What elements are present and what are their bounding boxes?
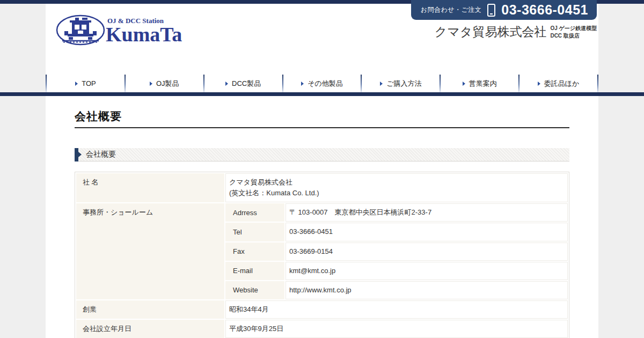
- nav-divider-bar: [0, 92, 644, 96]
- nav-item-dcc-products[interactable]: DCC製品: [204, 75, 282, 92]
- row-value: クマタ貿易株式会社 (英文社名：Kumata Co. Ltd.): [225, 173, 568, 202]
- nav-arrow-icon: [463, 82, 465, 86]
- tagline-line2: DCC 取扱店: [550, 33, 579, 39]
- page-container: OJ & DCC Station KumaTa お問合わせ・ご注文 03-366…: [46, 0, 598, 338]
- nav-arrow-icon: [538, 82, 540, 86]
- section-header: 会社概要: [75, 148, 569, 161]
- site-header: OJ & DCC Station KumaTa お問合わせ・ご注文 03-366…: [46, 0, 598, 96]
- company-legal-name: クマタ貿易株式会社: [229, 177, 564, 188]
- page-title: 会社概要: [75, 109, 569, 128]
- office-detail-group: Adrress 〒 103-0007 東京都中央区日本橋浜町2-33-7 Tel…: [225, 203, 568, 299]
- nav-item-label: その他製品: [308, 79, 343, 89]
- company-tagline: OJ ゲージ鉄道模型 DCC 取扱店: [550, 25, 597, 39]
- company-name: クマタ貿易株式会社: [435, 24, 547, 40]
- nav-arrow-icon: [225, 82, 228, 86]
- company-english-name: (英文社名：Kumata Co. Ltd.): [229, 188, 564, 199]
- established-value: 平成30年9月25日: [225, 320, 568, 338]
- row-label: 創業: [76, 300, 224, 319]
- section-title: 会社概要: [86, 150, 116, 159]
- table-row: 会社設立年月日 平成30年9月25日: [76, 320, 568, 338]
- main-nav: TOP OJ製品 DCC製品 その他製品 ご購入方法: [46, 75, 598, 92]
- contact-label: お問合わせ・ご注文: [421, 5, 482, 14]
- table-sub-row: Tel 03-3666-0451: [225, 223, 568, 241]
- nav-item-label: 営業案内: [469, 79, 497, 89]
- nav-item-business-info[interactable]: 営業案内: [441, 75, 518, 92]
- company-info-table: 社 名 クマタ貿易株式会社 (英文社名：Kumata Co. Ltd.) 事務所…: [75, 172, 569, 338]
- loco-door: [78, 31, 83, 34]
- nav-item-how-to-buy[interactable]: ご購入方法: [362, 75, 440, 92]
- nav-item-top[interactable]: TOP: [47, 75, 125, 92]
- company-name-line: クマタ貿易株式会社 OJ ゲージ鉄道模型 DCC 取扱店: [435, 24, 597, 40]
- loco-window: [75, 25, 79, 30]
- nav-arrow-icon: [380, 82, 383, 86]
- table-sub-row: Fax 03-3669-0154: [225, 243, 568, 261]
- sub-row-label: Tel: [225, 223, 284, 241]
- logo-graphic: OJ & DCC Station KumaTa: [55, 14, 182, 46]
- nav-item-other-products[interactable]: その他製品: [283, 75, 361, 92]
- main-content: 会社概要 会社概要 社 名 クマタ貿易株式会社 (英文社名：Kumata Co.…: [46, 96, 598, 338]
- nav-arrow-icon: [150, 82, 152, 86]
- logo-name-text: KumaTa: [106, 23, 182, 46]
- tagline-line1: OJ ゲージ鉄道模型: [550, 25, 597, 31]
- table-sub-row: Website http://www.kmt.co.jp: [225, 281, 568, 299]
- nav-arrow-icon: [75, 82, 78, 86]
- nav-item-label: OJ製品: [156, 79, 179, 89]
- email-value: kmt@kmt.co.jp: [286, 262, 568, 280]
- phone-number: 03-3666-0451: [501, 2, 588, 18]
- steam-locomotive-icon: [64, 18, 97, 40]
- nav-arrow-icon: [301, 82, 304, 86]
- nav-item-label: ご購入方法: [386, 79, 421, 89]
- nav-item-label: 委託品ほか: [544, 79, 580, 89]
- table-sub-row: Adrress 〒 103-0007 東京都中央区日本橋浜町2-33-7: [225, 203, 568, 222]
- section-marker-icon: [75, 148, 78, 161]
- loco-window: [82, 25, 86, 30]
- tel-value: 03-3666-0451: [286, 223, 568, 241]
- website-value: http://www.kmt.co.jp: [286, 281, 568, 299]
- fax-value: 03-3669-0154: [286, 243, 568, 261]
- sub-row-label: E-mail: [225, 262, 284, 280]
- table-row: 事務所・ショールーム Adrress 〒 103-0007 東京都中央区日本橋浜…: [76, 203, 568, 299]
- logo[interactable]: OJ & DCC Station KumaTa: [55, 14, 182, 48]
- sub-row-label: Website: [225, 281, 284, 299]
- table-row: 社 名 クマタ貿易株式会社 (英文社名：Kumata Co. Ltd.): [76, 173, 568, 202]
- mobile-phone-icon: [487, 4, 495, 17]
- table-row: 創業 昭和34年4月: [76, 300, 568, 319]
- row-label: 会社設立年月日: [76, 320, 224, 338]
- row-label: 事務所・ショールーム: [76, 203, 224, 299]
- nav-item-label: DCC製品: [232, 79, 261, 89]
- address-value: 〒 103-0007 東京都中央区日本橋浜町2-33-7: [286, 203, 568, 222]
- sub-row-label: Adrress: [225, 203, 284, 222]
- nav-separator: [597, 75, 598, 92]
- table-sub-row: E-mail kmt@kmt.co.jp: [225, 262, 568, 280]
- contact-phone-badge[interactable]: お問合わせ・ご注文 03-3666-0451: [411, 0, 597, 20]
- nav-item-consignment[interactable]: 委託品ほか: [519, 75, 597, 92]
- sub-row-label: Fax: [225, 243, 284, 261]
- nav-item-oj-products[interactable]: OJ製品: [126, 75, 203, 92]
- row-label: 社 名: [76, 173, 224, 202]
- nav-item-label: TOP: [82, 79, 96, 87]
- founded-value: 昭和34年4月: [225, 300, 568, 319]
